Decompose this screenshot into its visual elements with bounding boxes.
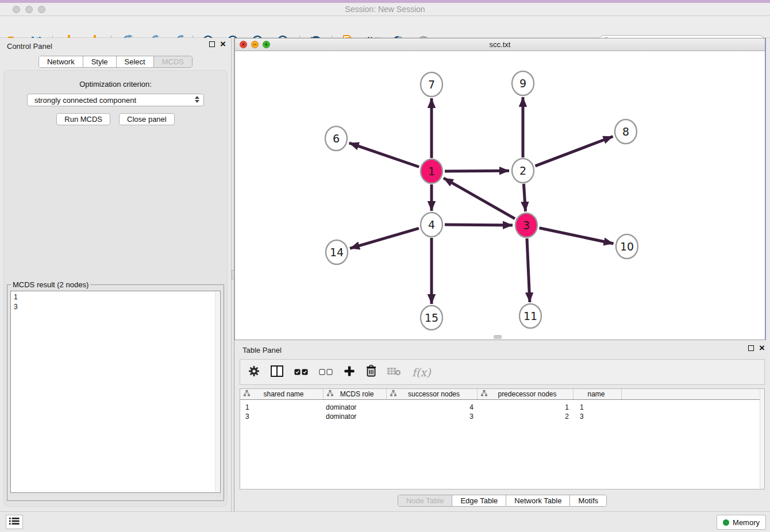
gear-icon[interactable] xyxy=(248,365,260,379)
graph-node-label: 10 xyxy=(620,240,634,253)
graph-node-label: 1 xyxy=(428,165,435,178)
graph-node-4[interactable]: 4 xyxy=(421,213,442,237)
list-icon xyxy=(9,517,20,527)
graph-node-1[interactable]: 1 xyxy=(421,159,442,183)
close-panel-icon[interactable]: × xyxy=(220,41,226,47)
task-history-button[interactable] xyxy=(6,515,23,529)
graph-edge-2-3[interactable] xyxy=(523,184,525,211)
hierarchy-icon xyxy=(327,390,333,398)
column-header-mcds-role[interactable]: MCDS role xyxy=(324,389,387,399)
network-window-title: scc.txt xyxy=(235,38,765,51)
memory-status-icon xyxy=(723,519,729,526)
tab-network[interactable]: Network xyxy=(39,56,83,67)
close-panel-button[interactable]: Close panel xyxy=(119,113,175,125)
graph-node-8[interactable]: 8 xyxy=(615,119,637,144)
main-toolbar xyxy=(0,16,770,38)
result-line: 1 xyxy=(14,292,217,302)
column-header-name[interactable]: name xyxy=(573,389,622,399)
graph-edge-4-3[interactable] xyxy=(445,225,513,225)
split-columns-icon[interactable] xyxy=(271,365,283,379)
graph-node-10[interactable]: 10 xyxy=(616,234,638,259)
graph-node-14[interactable]: 14 xyxy=(326,240,348,264)
graph-edge-3-10[interactable] xyxy=(540,228,614,244)
mcds-result-group: MCDS result (2 nodes) 1 3 xyxy=(7,280,224,501)
application-window: Session: New Session xyxy=(0,0,770,532)
zoom-window-icon[interactable] xyxy=(38,6,45,13)
graph-node-3[interactable]: 3 xyxy=(515,213,537,237)
main-titlebar: Session: New Session xyxy=(0,3,770,16)
node-table: shared name MCDS role successor nodes pr… xyxy=(240,388,765,489)
criterion-select[interactable]: strongly connected component xyxy=(27,94,204,106)
graph-edge-1-6[interactable] xyxy=(349,143,419,167)
graph-node-label: 8 xyxy=(622,125,629,138)
graph-node-11[interactable]: 11 xyxy=(519,304,541,328)
tab-edge-table[interactable]: Edge Table xyxy=(452,495,506,506)
minimize-window-icon[interactable] xyxy=(25,6,33,13)
float-panel-icon[interactable] xyxy=(209,41,215,47)
result-scrollbar[interactable] xyxy=(215,292,220,492)
result-line: 3 xyxy=(14,302,217,312)
tab-motifs[interactable]: Motifs xyxy=(569,495,606,506)
memory-label: Memory xyxy=(733,518,760,527)
table-row[interactable]: 1 dominator 4 1 1 xyxy=(240,403,764,412)
column-header-shared-name[interactable]: shared name xyxy=(240,389,324,399)
deselect-all-checkboxes-icon[interactable] xyxy=(319,367,333,377)
select-stepper-icon xyxy=(195,96,199,103)
add-column-icon[interactable] xyxy=(344,365,355,379)
table-row[interactable]: 3 dominator 3 2 3 xyxy=(240,412,764,421)
tab-node-table[interactable]: Node Table xyxy=(398,495,452,506)
minimize-network-window-icon[interactable]: − xyxy=(251,41,259,48)
graph-node-label: 15 xyxy=(425,311,438,324)
table-body: 1 dominator 4 1 1 3 dominator 3 2 3 xyxy=(240,400,764,421)
hierarchy-icon xyxy=(390,390,396,398)
graph-edge-4-14[interactable] xyxy=(350,228,419,248)
graph-node-label: 6 xyxy=(333,132,340,145)
close-window-icon[interactable] xyxy=(13,6,20,13)
graph-node-label: 7 xyxy=(428,78,435,91)
delete-column-icon[interactable] xyxy=(366,365,376,379)
delete-table-icon xyxy=(387,367,401,378)
hierarchy-icon xyxy=(244,390,250,398)
table-toolbar: f(x) xyxy=(240,359,765,385)
table-scrollbar[interactable] xyxy=(760,389,764,489)
column-header-predecessor-nodes[interactable]: predecessor nodes xyxy=(478,389,573,399)
tab-select[interactable]: Select xyxy=(116,56,153,67)
memory-button[interactable]: Memory xyxy=(717,515,766,530)
graph-node-label: 3 xyxy=(523,219,530,232)
graph-node-7[interactable]: 7 xyxy=(421,72,442,97)
network-window-titlebar[interactable]: × − + scc.txt xyxy=(235,38,765,51)
session-title: Session: New Session xyxy=(0,3,770,16)
tab-mcds[interactable]: MCDS xyxy=(153,56,192,67)
graph-edge-3-1[interactable] xyxy=(444,178,515,219)
close-table-panel-icon[interactable]: × xyxy=(759,345,765,351)
network-view-window: × − + scc.txt 7968124314101511 xyxy=(234,38,766,340)
table-panel-tabs: Node Table Edge Table Network Table Moti… xyxy=(234,495,770,507)
zoom-network-window-icon[interactable]: + xyxy=(263,41,270,48)
criterion-select-value: strongly connected component xyxy=(34,96,136,105)
control-panel-header: Control Panel × xyxy=(0,38,231,54)
graph-node-label: 11 xyxy=(523,310,537,322)
run-mcds-button[interactable]: Run MCDS xyxy=(56,113,110,125)
graph-node-6[interactable]: 6 xyxy=(325,126,347,151)
mcds-result-textarea[interactable]: 1 3 xyxy=(10,291,221,493)
column-header-successor-nodes[interactable]: successor nodes xyxy=(387,389,478,399)
network-canvas[interactable]: 7968124314101511 xyxy=(235,51,764,340)
graph-node-15[interactable]: 15 xyxy=(421,306,442,330)
function-builder-icon: f(x) xyxy=(412,366,431,379)
tab-style[interactable]: Style xyxy=(83,56,116,67)
graph-node-9[interactable]: 9 xyxy=(512,71,534,95)
graph-node-2[interactable]: 2 xyxy=(512,159,534,183)
tab-network-table[interactable]: Network Table xyxy=(506,495,569,506)
graph-edge-2-8[interactable] xyxy=(536,137,613,166)
float-table-panel-icon[interactable] xyxy=(748,345,754,351)
mcds-panel: Optimization criterion: strongly connect… xyxy=(3,70,228,507)
graph-edge-3-11[interactable] xyxy=(527,238,530,302)
close-network-window-icon[interactable]: × xyxy=(240,41,247,48)
graph-edge-1-2[interactable] xyxy=(445,171,509,171)
graph-node-label: 14 xyxy=(330,246,344,259)
network-graph[interactable]: 7968124314101511 xyxy=(235,51,764,340)
select-all-checkboxes-icon[interactable] xyxy=(294,367,308,377)
optimization-criterion-label: Optimization criterion: xyxy=(4,80,227,88)
horizontal-split-handle[interactable] xyxy=(494,335,502,339)
graph-node-label: 4 xyxy=(428,218,435,231)
